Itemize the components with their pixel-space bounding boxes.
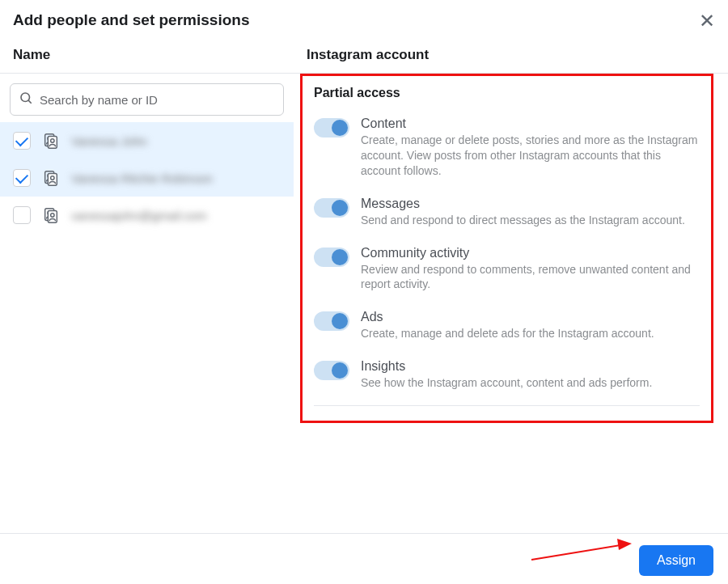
toggle-knob (332, 313, 348, 329)
search-wrap (0, 74, 294, 122)
permission-row: Messages Send and respond to direct mess… (314, 190, 700, 239)
checkbox[interactable] (13, 206, 31, 224)
dialog-title: Add people and set permissions (13, 11, 249, 29)
people-list: Vanessa John Vanessa Ritchie Robinson va… (0, 122, 294, 234)
permission-row: Insights See how the Instagram account, … (314, 353, 700, 406)
section-title: Partial access (314, 86, 700, 100)
assign-button[interactable]: Assign (639, 545, 713, 576)
badge-icon (42, 206, 60, 224)
people-column-header: Name (0, 39, 294, 74)
permission-desc: Create, manage or delete posts, stories … (361, 133, 700, 179)
permission-text: Content Create, manage or delete posts, … (361, 116, 700, 179)
permission-title: Content (361, 116, 700, 131)
search-input[interactable] (40, 93, 275, 107)
permission-title: Insights (361, 359, 700, 374)
dialog-header: Add people and set permissions ✕ (0, 0, 728, 39)
permission-text: Insights See how the Instagram account, … (361, 359, 700, 391)
toggle-knob (332, 200, 348, 216)
permission-row: Community activity Review and respond to… (314, 239, 700, 304)
permission-text: Messages Send and respond to direct mess… (361, 197, 700, 228)
dialog-columns: Name Vanessa John (0, 39, 728, 524)
highlight-box: Partial access Content Create, manage or… (300, 74, 713, 423)
people-column: Name Vanessa John (0, 39, 294, 524)
permission-title: Ads (361, 310, 700, 324)
toggle-community[interactable] (314, 248, 349, 267)
person-row[interactable]: Vanessa John (0, 122, 294, 159)
checkbox[interactable] (13, 132, 31, 150)
toggle-ads[interactable] (314, 311, 349, 331)
toggle-knob (332, 362, 348, 379)
permission-title: Messages (361, 197, 700, 211)
toggle-knob (332, 249, 348, 265)
permissions-dialog: Add people and set permissions ✕ Name (0, 0, 728, 534)
search-icon (19, 91, 33, 108)
checkbox[interactable] (13, 169, 31, 187)
permission-row: Ads Create, manage and delete ads for th… (314, 303, 700, 353)
permissions-column-heading: Instagram account (307, 47, 715, 63)
person-name: Vanessa Ritchie Robinson (71, 171, 213, 185)
people-column-heading: Name (13, 47, 281, 63)
person-row[interactable]: Vanessa Ritchie Robinson (0, 159, 294, 197)
permission-row: Content Create, manage or delete posts, … (314, 110, 700, 190)
search-box[interactable] (10, 83, 284, 116)
person-name: vanessajohn@gmail.com (71, 209, 207, 222)
badge-icon (42, 132, 60, 150)
person-row[interactable]: vanessajohn@gmail.com (0, 197, 294, 234)
permission-desc: See how the Instagram account, content a… (361, 375, 700, 391)
permissions-scroll[interactable]: Partial access Content Create, manage or… (294, 74, 728, 524)
permission-title: Community activity (361, 246, 700, 260)
badge-icon (42, 169, 60, 187)
person-name: Vanessa John (71, 134, 147, 148)
permission-text: Ads Create, manage and delete ads for th… (361, 310, 700, 341)
dialog-footer: Assign (0, 534, 728, 584)
svg-point-0 (21, 93, 30, 102)
permission-desc: Review and respond to comments, remove u… (361, 262, 700, 293)
toggle-content[interactable] (314, 118, 349, 138)
permission-desc: Send and respond to direct messages as t… (361, 213, 700, 228)
close-icon[interactable]: ✕ (699, 11, 715, 31)
permissions-column-header: Instagram account (294, 39, 728, 74)
svg-line-1 (28, 100, 32, 104)
toggle-messages[interactable] (314, 198, 349, 218)
toggle-insights[interactable] (314, 361, 349, 380)
permission-desc: Create, manage and delete ads for the In… (361, 326, 700, 341)
permissions-column: Instagram account Partial access Content… (294, 39, 728, 524)
toggle-knob (332, 120, 348, 136)
permission-text: Community activity Review and respond to… (361, 246, 700, 293)
